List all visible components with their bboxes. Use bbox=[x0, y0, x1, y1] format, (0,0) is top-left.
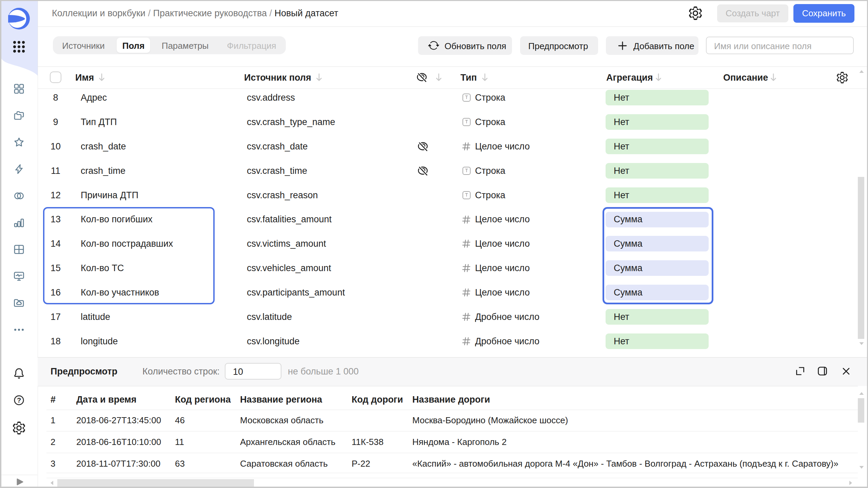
svg-text:?: ? bbox=[17, 396, 21, 404]
